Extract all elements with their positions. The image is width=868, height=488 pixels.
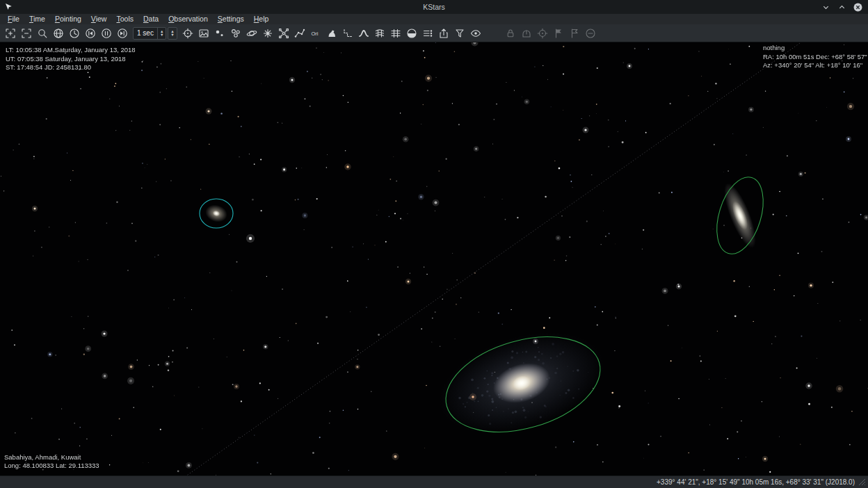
toggle-horizontal-grid-button[interactable] — [388, 26, 403, 41]
toggle-supernovae-button[interactable] — [260, 26, 275, 41]
location-info-box[interactable]: Sabahiya, Ahmadi, Kuwait Long: 48.100833… — [4, 453, 99, 471]
timestep-spinbox[interactable]: 1 sec ▲▼ ▲▼ — [133, 27, 177, 40]
zoom-in-icon — [5, 28, 16, 39]
step-back-icon — [85, 28, 96, 39]
menu-settings[interactable]: Settings — [213, 14, 249, 24]
find-object-button[interactable] — [35, 26, 50, 41]
sky-map-canvas[interactable] — [0, 42, 868, 475]
telescope-track-button[interactable] — [535, 26, 550, 41]
status-bar: +339° 44' 21", +18° 15' 49" 10h 05m 16s,… — [0, 475, 868, 488]
flag-icon — [553, 28, 564, 39]
focus-radec-text: RA: 10h 00m 51s Dec: +68° 58' 57" — [763, 53, 867, 62]
toggle-constellation-lines-button[interactable] — [292, 26, 307, 41]
lock-icon — [505, 28, 516, 39]
planet-icon — [246, 28, 257, 39]
time-step-backward-button[interactable] — [83, 26, 98, 41]
close-button[interactable] — [853, 2, 862, 12]
step-fwd-icon — [117, 28, 128, 39]
sky-view: LT: 10:05:38 AM Saturday, January 13, 20… — [0, 42, 868, 475]
toggle-clock-button[interactable] — [99, 26, 114, 41]
sidereal-time-text: ST: 17:48:54 JD: 2458131.80 — [6, 63, 136, 72]
zoom-out-button[interactable] — [19, 26, 34, 41]
resize-grip[interactable] — [858, 478, 866, 486]
toggle-constellation-names-button[interactable]: Ori — [308, 26, 323, 41]
menu-pointing[interactable]: Pointing — [50, 14, 86, 24]
time-info-box[interactable]: LT: 10:05:38 AM Saturday, January 13, 20… — [6, 46, 136, 72]
toggle-constellation-art-button[interactable] — [324, 26, 339, 41]
const-art-icon — [326, 28, 337, 39]
menu-time[interactable]: Time — [24, 14, 50, 24]
menu-data[interactable]: Data — [138, 14, 163, 24]
view-sky-image-button[interactable] — [196, 26, 211, 41]
menu-help[interactable]: Help — [249, 14, 274, 24]
focus-icon — [182, 28, 193, 39]
add-flag-button[interactable] — [551, 26, 566, 41]
toggle-constellation-boundaries-button[interactable] — [340, 26, 355, 41]
toggle-milky-way-button[interactable] — [356, 26, 371, 41]
focus-info-box[interactable]: nothing RA: 10h 00m 51s Dec: +68° 58' 57… — [763, 44, 867, 70]
toggle-stars-button[interactable] — [212, 26, 227, 41]
interesting-icon — [422, 28, 433, 39]
telescope-lock-button[interactable] — [503, 26, 518, 41]
timestep-value: 1 sec — [134, 28, 157, 39]
export-icon — [438, 28, 449, 39]
const-names-icon: Ori — [310, 28, 321, 39]
timestep-spin-buttons[interactable]: ▲▼ — [157, 28, 166, 39]
minimize-button[interactable] — [821, 2, 830, 12]
kstars-window: KStars FileTimePointingViewToolsDataObse… — [0, 0, 868, 488]
horizon-icon — [406, 28, 417, 39]
window-title: KStars — [0, 3, 868, 11]
image-icon — [198, 28, 209, 39]
toggle-equatorial-grid-button[interactable] — [372, 26, 387, 41]
zoom-in-button[interactable] — [3, 26, 18, 41]
eq-grid-icon — [374, 28, 385, 39]
time-step-forward-button[interactable] — [115, 26, 130, 41]
globe-icon — [53, 28, 64, 39]
whats-interesting-button[interactable] — [420, 26, 435, 41]
find-icon — [37, 28, 48, 39]
pause-icon — [101, 28, 112, 39]
zoom-out-icon — [21, 28, 32, 39]
dso-icon — [230, 28, 241, 39]
menu-tools[interactable]: Tools — [111, 14, 138, 24]
toggle-solar-system-button[interactable] — [244, 26, 259, 41]
const-lines-icon — [294, 28, 305, 39]
timestep-unit-spin-buttons[interactable]: ▲▼ — [168, 27, 177, 40]
park-telescope-button[interactable] — [583, 26, 598, 41]
focus-azalt-text: Az: +340° 20' 54" Alt: +18° 10' 16" — [763, 61, 867, 70]
local-time-text: LT: 10:05:38 AM Saturday, January 13, 20… — [6, 46, 136, 55]
focus-object-button[interactable] — [180, 26, 195, 41]
focus-object-name: nothing — [763, 44, 867, 53]
flag2-icon — [569, 28, 580, 39]
remove-flag-button[interactable] — [567, 26, 582, 41]
download-data-button[interactable] — [51, 26, 66, 41]
set-time-button[interactable] — [67, 26, 82, 41]
menu-file[interactable]: File — [3, 14, 24, 24]
eye-icon — [470, 28, 481, 39]
main-toolbar: 1 sec ▲▼ ▲▼ Ori — [0, 24, 868, 42]
milkyway-icon — [358, 28, 369, 39]
track-icon — [537, 28, 548, 39]
toggle-deep-sky-objects-button[interactable] — [228, 26, 243, 41]
location-coords-text: Long: 48.100833 Lat: 29.113333 — [4, 462, 99, 471]
menu-view[interactable]: View — [86, 14, 112, 24]
toggle-horizon-button[interactable] — [404, 26, 419, 41]
dome-control-button[interactable] — [519, 26, 534, 41]
stars-icon — [214, 28, 225, 39]
menu-observation[interactable]: Observation — [163, 14, 213, 24]
app-icon — [4, 3, 13, 11]
title-bar: KStars — [0, 0, 868, 14]
menu-bar: FileTimePointingViewToolsDataObservation… — [0, 14, 868, 24]
export-sky-image-button[interactable] — [436, 26, 451, 41]
planner-icon — [454, 28, 465, 39]
location-name-text: Sabahiya, Ahmadi, Kuwait — [4, 453, 99, 462]
supernova-icon — [262, 28, 273, 39]
eyepiece-view-button[interactable] — [468, 26, 483, 41]
const-bounds-icon — [342, 28, 353, 39]
observation-planner-button[interactable] — [452, 26, 467, 41]
toggle-satellites-button[interactable] — [276, 26, 291, 41]
maximize-button[interactable] — [837, 2, 846, 12]
hor-grid-icon — [390, 28, 401, 39]
park-icon — [585, 28, 596, 39]
universal-time-text: UT: 07:05:38 Saturday, January 13, 2018 — [6, 55, 136, 64]
